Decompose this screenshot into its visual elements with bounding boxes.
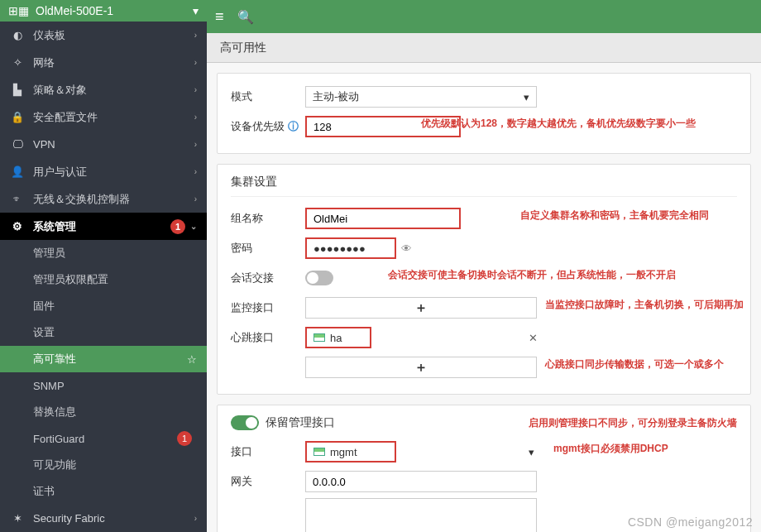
- subnav-label: 高可靠性: [33, 352, 187, 367]
- chevron-down-icon: ▾: [524, 91, 529, 103]
- sidebar: ⊞▦ OldMei-500E-1 ▾ ◐ 仪表板 ›✧ 网络 ›▙ 策略＆对象 …: [0, 0, 207, 532]
- nav-item[interactable]: ▙ 策略＆对象 ›: [0, 76, 207, 103]
- nav-item[interactable]: ⚙ 系统管理 1 ⌄: [0, 213, 207, 240]
- eye-icon[interactable]: 👁: [401, 242, 412, 255]
- note-group: 自定义集群名称和密码，主备机要完全相同: [520, 208, 709, 223]
- nav-item[interactable]: ✶ Security Fabric ›: [0, 505, 207, 532]
- iface-select[interactable]: mgmt: [305, 441, 396, 463]
- hb-label: 心跳接口: [231, 330, 305, 345]
- group-input[interactable]: [305, 208, 461, 229]
- note-priority: 优先级默认为128，数字越大越优先，备机优先级数字要小一些: [421, 117, 696, 131]
- cluster-title: 集群设置: [231, 175, 737, 197]
- nav-item[interactable]: ◐ 仪表板 ›: [0, 22, 207, 49]
- subnav-item[interactable]: FortiGuard 1: [0, 425, 207, 452]
- nav-icon: 🔒: [10, 111, 25, 123]
- mode-label: 模式: [231, 89, 305, 104]
- reserve-toggle[interactable]: [231, 415, 259, 430]
- mode-select[interactable]: 主动-被动▾: [305, 86, 537, 108]
- note-monitor: 当监控接口故障时，主备机切换，可后期再加: [545, 298, 744, 312]
- nav-label: 用户与认证: [33, 165, 194, 180]
- subnav-item[interactable]: 固件: [0, 293, 207, 319]
- nav-label: 系统管理: [33, 219, 170, 234]
- subnav-label: 设置: [33, 325, 197, 340]
- password-label: 密码: [231, 241, 305, 256]
- subnav-item[interactable]: 管理员: [0, 240, 207, 266]
- nav-icon: 👤: [10, 165, 25, 178]
- subnav-item[interactable]: 管理员权限配置: [0, 266, 207, 293]
- hb-add[interactable]: ＋: [305, 357, 537, 378]
- chevron-down-icon: ▾: [193, 4, 199, 17]
- nav-icon: ᯤ: [10, 193, 25, 205]
- note-iface: mgmt接口必须禁用DHCP: [553, 442, 668, 456]
- nav-item[interactable]: 🔒 安全配置文件 ›: [0, 103, 207, 131]
- subnav-item[interactable]: 替换信息: [0, 399, 207, 425]
- topbar: ≡ 🔍: [207, 0, 761, 33]
- sidebar-header[interactable]: ⊞▦ OldMei-500E-1 ▾: [0, 0, 207, 22]
- watermark: CSDN @meigang2012: [628, 515, 753, 529]
- session-label: 会话交接: [231, 271, 305, 285]
- nav-label: 策略＆对象: [33, 83, 194, 98]
- panel-reserve: 保留管理接口 启用则管理接口不同步，可分别登录主备防火墙 接口 mgmt ▾ m…: [217, 405, 751, 532]
- panel-cluster: 集群设置 组名称 自定义集群名称和密码，主备机要完全相同 密码 ●●●●●●●●…: [217, 164, 751, 395]
- main: ≡ 🔍 高可用性 模式 主动-被动▾ 设备优先级ⓘ 优先级默认为128，数字越大…: [207, 0, 761, 532]
- nav-icon: ✶: [10, 512, 25, 525]
- subnav-label: 管理员: [33, 246, 197, 261]
- chevron-icon: ›: [194, 31, 197, 40]
- nav-label: 安全配置文件: [33, 110, 194, 125]
- nav-icon: ⚙: [10, 220, 25, 232]
- subnav-label: 可见功能: [33, 458, 197, 472]
- subnav-label: SNMP: [33, 380, 197, 392]
- search-icon[interactable]: 🔍: [237, 9, 254, 25]
- interface-icon: [313, 448, 325, 456]
- reserve-label: 保留管理接口: [266, 415, 335, 430]
- nav-label: 网络: [33, 55, 194, 70]
- star-icon[interactable]: ☆: [187, 353, 197, 366]
- chevron-down-icon: ▾: [529, 446, 534, 458]
- nav-item[interactable]: ᯤ 无线＆交换机控制器 ›: [0, 185, 207, 213]
- nav-item[interactable]: 👤 用户与认证 ›: [0, 158, 207, 185]
- subnav-item[interactable]: 高可靠性 ☆: [0, 346, 207, 372]
- subnav-label: 管理员权限配置: [33, 272, 197, 287]
- hb-remove[interactable]: ✕: [529, 332, 538, 344]
- chevron-icon: ›: [194, 194, 197, 204]
- subnav-item[interactable]: SNMP: [0, 372, 207, 399]
- hostname: OldMei-500E-1: [36, 4, 193, 17]
- subnav-item[interactable]: 证书: [0, 478, 207, 505]
- password-input[interactable]: ●●●●●●●●: [305, 237, 396, 259]
- badge: 1: [177, 431, 192, 446]
- note-hb: 心跳接口同步传输数据，可选一个或多个: [545, 357, 724, 371]
- info-icon[interactable]: ⓘ: [288, 120, 299, 132]
- subnav-item[interactable]: 可见功能: [0, 452, 207, 478]
- nav-item[interactable]: ✧ 网络 ›: [0, 49, 207, 76]
- note-session: 会话交接可使主备切换时会话不断开，但占系统性能，一般不开启: [388, 268, 676, 282]
- chevron-icon: ›: [194, 167, 197, 176]
- subnav-label: 替换信息: [33, 405, 197, 419]
- panel-mode: 模式 主动-被动▾ 设备优先级ⓘ 优先级默认为128，数字越大越优先，备机优先级…: [217, 73, 751, 154]
- monitor-add[interactable]: ＋: [305, 297, 537, 319]
- nav-icon: 🖵: [10, 138, 25, 151]
- subnav-item[interactable]: 设置: [0, 319, 207, 346]
- nav-icon: ▙: [10, 84, 25, 96]
- nav-label: 仪表板: [33, 28, 194, 43]
- nav-icon: ◐: [10, 29, 25, 41]
- chevron-icon: ⌄: [190, 222, 197, 231]
- device-icon: ⊞▦: [8, 4, 29, 17]
- chevron-icon: ›: [194, 514, 197, 523]
- chevron-icon: ›: [194, 58, 197, 67]
- content: 模式 主动-被动▾ 设备优先级ⓘ 优先级默认为128，数字越大越优先，备机优先级…: [207, 63, 761, 532]
- chevron-icon: ›: [194, 140, 197, 149]
- nav-item[interactable]: 🖵 VPN ›: [0, 131, 207, 158]
- hb-value[interactable]: ha: [305, 327, 371, 348]
- group-label: 组名称: [231, 211, 305, 226]
- monitor-label: 监控接口: [231, 300, 305, 315]
- session-toggle[interactable]: [305, 271, 333, 285]
- menu-icon[interactable]: ≡: [215, 8, 224, 26]
- nav-icon: ✧: [10, 56, 25, 69]
- iface-label: 接口: [231, 444, 305, 459]
- subnav-label: FortiGuard: [33, 433, 177, 445]
- subnav-label: 证书: [33, 484, 197, 499]
- breadcrumb: 高可用性: [207, 33, 761, 63]
- subnet-input[interactable]: [305, 498, 537, 532]
- nav-label: 无线＆交换机控制器: [33, 192, 194, 207]
- gateway-input[interactable]: [305, 471, 537, 492]
